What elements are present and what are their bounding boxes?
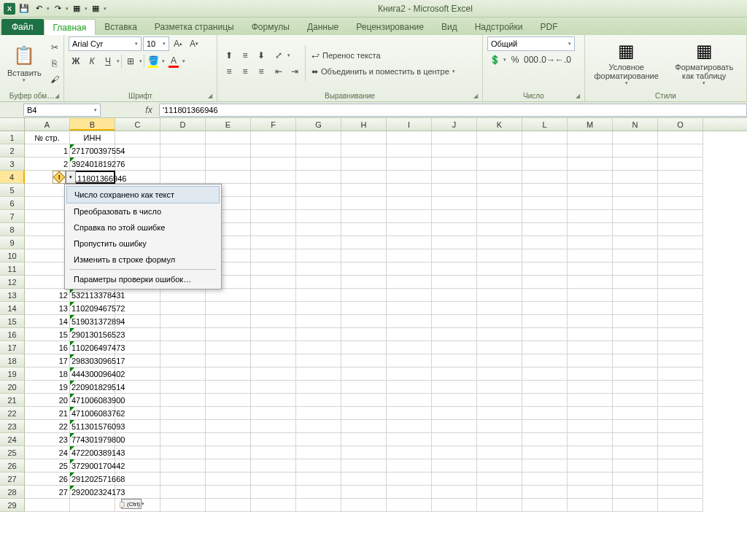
row-header-20[interactable]: 20 (0, 381, 25, 394)
cell-I15[interactable] (387, 315, 432, 328)
cell-D13[interactable] (160, 289, 206, 302)
cell-E4[interactable] (206, 171, 251, 184)
cell-E20[interactable] (206, 381, 251, 394)
qat-redo-icon[interactable]: ↷ (51, 2, 64, 15)
cell-I24[interactable] (387, 433, 432, 446)
cell-N26[interactable] (613, 459, 658, 472)
cell-H9[interactable] (341, 236, 387, 249)
cell-A2[interactable]: 1 (25, 144, 70, 158)
error-smart-tag[interactable]: ! (53, 171, 66, 184)
cell-N29[interactable] (613, 499, 658, 512)
cell-G7[interactable] (296, 210, 341, 223)
qat-custom1-icon[interactable]: ▦ (70, 2, 83, 15)
cell-O13[interactable] (658, 289, 703, 302)
cell-L25[interactable] (522, 446, 568, 459)
cell-N15[interactable] (613, 315, 658, 328)
row-header-7[interactable]: 7 (0, 210, 25, 223)
cell-F29[interactable] (251, 499, 296, 512)
cell-O5[interactable] (658, 184, 703, 197)
cell-A20[interactable]: 19 (25, 381, 70, 394)
cell-G15[interactable] (296, 315, 341, 328)
cell-K25[interactable] (477, 446, 522, 459)
cell-N7[interactable] (613, 210, 658, 223)
cell-L16[interactable] (522, 328, 568, 341)
cell-C18[interactable] (115, 354, 160, 368)
cell-A22[interactable]: 21 (25, 407, 70, 420)
row-header-2[interactable]: 2 (0, 144, 25, 158)
cell-L1[interactable] (522, 131, 568, 144)
cell-H7[interactable] (341, 210, 387, 223)
cell-G27[interactable] (296, 472, 341, 486)
cell-N27[interactable] (613, 472, 658, 486)
col-header-M[interactable]: M (568, 118, 613, 131)
qat-save-icon[interactable]: 💾 (18, 2, 31, 15)
cell-J5[interactable] (432, 184, 477, 197)
cell-M7[interactable] (568, 210, 613, 223)
cell-O15[interactable] (658, 315, 703, 328)
cell-F5[interactable] (251, 184, 296, 197)
cell-D22[interactable] (160, 407, 206, 420)
cell-B18[interactable]: 298303096517 (70, 354, 115, 368)
fx-button[interactable]: fx (142, 105, 156, 115)
cell-I22[interactable] (387, 407, 432, 420)
col-header-B[interactable]: B (70, 118, 115, 131)
cell-B3[interactable]: 392401819276 (70, 158, 115, 171)
cell-G13[interactable] (296, 289, 341, 302)
row-header-9[interactable]: 9 (0, 236, 25, 249)
cell-L29[interactable] (522, 499, 568, 512)
cell-E27[interactable] (206, 472, 251, 486)
cell-K12[interactable] (477, 276, 522, 289)
row-header-8[interactable]: 8 (0, 223, 25, 236)
bold-button[interactable]: Ж (69, 54, 83, 69)
cell-G11[interactable] (296, 262, 341, 276)
cell-J9[interactable] (432, 236, 477, 249)
cell-H23[interactable] (341, 420, 387, 433)
format-painter-button[interactable]: 🖌 (47, 72, 62, 87)
col-header-F[interactable]: F (251, 118, 296, 131)
cell-F19[interactable] (251, 368, 296, 381)
row-header-13[interactable]: 13 (0, 289, 25, 302)
cell-F20[interactable] (251, 381, 296, 394)
row-header-25[interactable]: 25 (0, 446, 25, 459)
file-tab[interactable]: Файл (1, 19, 44, 35)
cell-G22[interactable] (296, 407, 341, 420)
cell-I2[interactable] (387, 144, 432, 158)
cell-F23[interactable] (251, 420, 296, 433)
cell-E24[interactable] (206, 433, 251, 446)
cell-O22[interactable] (658, 407, 703, 420)
cell-G8[interactable] (296, 223, 341, 236)
row-header-6[interactable]: 6 (0, 197, 25, 210)
cell-I16[interactable] (387, 328, 432, 341)
cell-M27[interactable] (568, 472, 613, 486)
cell-J1[interactable] (432, 131, 477, 144)
cell-B16[interactable]: 290130156523 (70, 328, 115, 341)
cell-I13[interactable] (387, 289, 432, 302)
cell-L14[interactable] (522, 302, 568, 315)
cell-H6[interactable] (341, 197, 387, 210)
cell-L2[interactable] (522, 144, 568, 158)
cell-M12[interactable] (568, 276, 613, 289)
row-header-27[interactable]: 27 (0, 472, 25, 486)
cell-H26[interactable] (341, 459, 387, 472)
row-header-15[interactable]: 15 (0, 315, 25, 328)
cell-H8[interactable] (341, 223, 387, 236)
cell-G26[interactable] (296, 459, 341, 472)
cell-A23[interactable]: 22 (25, 420, 70, 433)
cell-C17[interactable] (115, 341, 160, 354)
italic-button[interactable]: К (85, 54, 99, 69)
cell-D17[interactable] (160, 341, 206, 354)
cell-I10[interactable] (387, 249, 432, 262)
cell-L4[interactable] (522, 171, 568, 184)
cell-N20[interactable] (613, 381, 658, 394)
cell-H22[interactable] (341, 407, 387, 420)
cell-J20[interactable] (432, 381, 477, 394)
cell-K14[interactable] (477, 302, 522, 315)
cell-K1[interactable] (477, 131, 522, 144)
cell-K28[interactable] (477, 486, 522, 499)
cell-H12[interactable] (341, 276, 387, 289)
cell-E17[interactable] (206, 341, 251, 354)
cell-E15[interactable] (206, 315, 251, 328)
cell-I28[interactable] (387, 486, 432, 499)
cell-A13[interactable]: 12 (25, 289, 70, 302)
cell-G17[interactable] (296, 341, 341, 354)
